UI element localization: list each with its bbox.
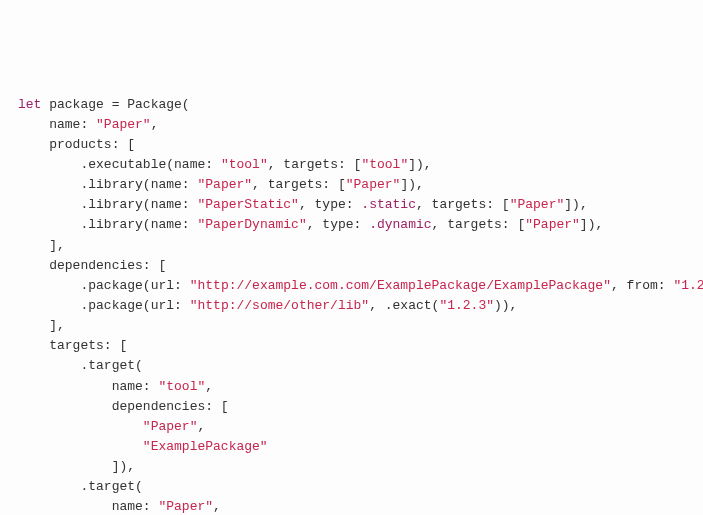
str-url1: "http://example.com.com/ExamplePackage/E…	[190, 278, 611, 293]
fn-package: .package	[80, 278, 142, 293]
fn-library: .library	[80, 177, 142, 192]
var-package: package	[49, 97, 104, 112]
key-targets: targets:	[49, 338, 111, 353]
member-static: .static	[361, 197, 416, 212]
fn-target: .target	[80, 358, 135, 373]
member-dynamic: .dynamic	[369, 217, 431, 232]
key-products: products:	[49, 137, 119, 152]
comma: ,	[151, 117, 159, 132]
str-ver1: "1.2.	[673, 278, 703, 293]
type-package: Package	[127, 97, 182, 112]
fn-exact: .exact	[385, 298, 432, 313]
fn-executable: .executable	[80, 157, 166, 172]
str-paper: "Paper"	[96, 117, 151, 132]
assign: =	[104, 97, 127, 112]
str-tool: "tool"	[221, 157, 268, 172]
key-name: name:	[49, 117, 88, 132]
str-ver2: "1.2.3"	[439, 298, 494, 313]
str-url2: "http://some/other/lib"	[190, 298, 369, 313]
bracket-open: [	[127, 137, 135, 152]
code-block: let package = Package( name: "Paper", pr…	[18, 95, 685, 515]
str-examplepackage: "ExamplePackage"	[143, 439, 268, 454]
paren-open: (	[182, 97, 190, 112]
str-paperstatic: "PaperStatic"	[197, 197, 298, 212]
keyword-let: let	[18, 97, 41, 112]
key-dependencies: dependencies:	[49, 258, 150, 273]
str-paperdynamic: "PaperDynamic"	[197, 217, 306, 232]
